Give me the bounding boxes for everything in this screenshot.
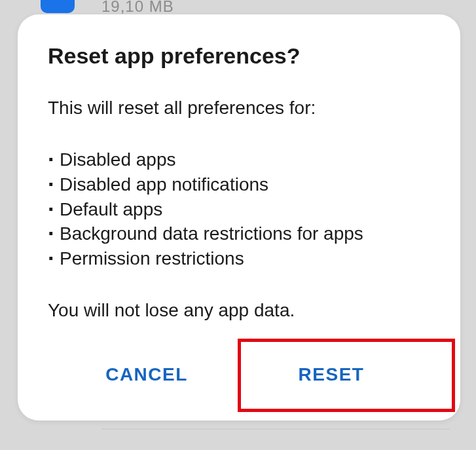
background-app-size: 19,10 MB — [101, 0, 174, 16]
list-item: Default apps — [48, 197, 430, 222]
dialog-actions: CANCEL RESET — [48, 347, 430, 402]
cancel-button[interactable]: CANCEL — [54, 347, 239, 402]
dialog-intro-text: This will reset all preferences for: — [48, 98, 430, 119]
reset-preferences-dialog: Reset app preferences? This will reset a… — [18, 14, 460, 421]
dialog-footer-text: You will not lose any app data. — [48, 300, 430, 321]
list-item: Permission restrictions — [48, 246, 430, 271]
dialog-reset-list: Disabled apps Disabled app notifications… — [48, 147, 430, 271]
reset-button[interactable]: RESET — [239, 347, 424, 402]
background-divider — [101, 428, 450, 430]
dialog-title: Reset app preferences? — [48, 43, 430, 69]
list-item: Disabled apps — [48, 147, 430, 172]
list-item: Background data restrictions for apps — [48, 221, 430, 246]
list-item: Disabled app notifications — [48, 172, 430, 197]
background-app-icon — [41, 0, 75, 13]
